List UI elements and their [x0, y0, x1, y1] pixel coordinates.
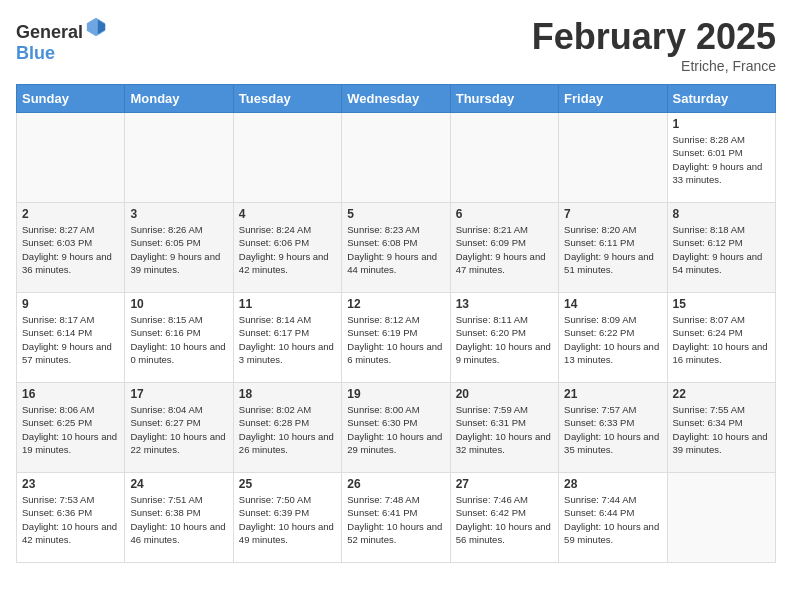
calendar-day-cell: 7Sunrise: 8:20 AM Sunset: 6:11 PM Daylig…	[559, 203, 667, 293]
day-number: 10	[130, 297, 227, 311]
day-info: Sunrise: 8:07 AM Sunset: 6:24 PM Dayligh…	[673, 313, 770, 366]
day-info: Sunrise: 7:51 AM Sunset: 6:38 PM Dayligh…	[130, 493, 227, 546]
calendar-day-cell: 1Sunrise: 8:28 AM Sunset: 6:01 PM Daylig…	[667, 113, 775, 203]
day-info: Sunrise: 8:17 AM Sunset: 6:14 PM Dayligh…	[22, 313, 119, 366]
calendar-day-header: Sunday	[17, 85, 125, 113]
day-number: 2	[22, 207, 119, 221]
calendar-day-cell: 27Sunrise: 7:46 AM Sunset: 6:42 PM Dayli…	[450, 473, 558, 563]
calendar-day-cell: 6Sunrise: 8:21 AM Sunset: 6:09 PM Daylig…	[450, 203, 558, 293]
day-info: Sunrise: 7:53 AM Sunset: 6:36 PM Dayligh…	[22, 493, 119, 546]
day-number: 28	[564, 477, 661, 491]
day-info: Sunrise: 7:55 AM Sunset: 6:34 PM Dayligh…	[673, 403, 770, 456]
day-info: Sunrise: 8:06 AM Sunset: 6:25 PM Dayligh…	[22, 403, 119, 456]
day-number: 18	[239, 387, 336, 401]
calendar-day-cell: 2Sunrise: 8:27 AM Sunset: 6:03 PM Daylig…	[17, 203, 125, 293]
day-info: Sunrise: 7:50 AM Sunset: 6:39 PM Dayligh…	[239, 493, 336, 546]
day-info: Sunrise: 8:02 AM Sunset: 6:28 PM Dayligh…	[239, 403, 336, 456]
calendar-day-cell: 20Sunrise: 7:59 AM Sunset: 6:31 PM Dayli…	[450, 383, 558, 473]
calendar-week-row: 16Sunrise: 8:06 AM Sunset: 6:25 PM Dayli…	[17, 383, 776, 473]
calendar-day-cell: 23Sunrise: 7:53 AM Sunset: 6:36 PM Dayli…	[17, 473, 125, 563]
calendar-day-cell	[17, 113, 125, 203]
calendar-day-cell: 14Sunrise: 8:09 AM Sunset: 6:22 PM Dayli…	[559, 293, 667, 383]
day-info: Sunrise: 8:20 AM Sunset: 6:11 PM Dayligh…	[564, 223, 661, 276]
day-info: Sunrise: 8:15 AM Sunset: 6:16 PM Dayligh…	[130, 313, 227, 366]
calendar-header-row: SundayMondayTuesdayWednesdayThursdayFrid…	[17, 85, 776, 113]
day-info: Sunrise: 7:46 AM Sunset: 6:42 PM Dayligh…	[456, 493, 553, 546]
calendar-day-cell: 4Sunrise: 8:24 AM Sunset: 6:06 PM Daylig…	[233, 203, 341, 293]
day-info: Sunrise: 8:23 AM Sunset: 6:08 PM Dayligh…	[347, 223, 444, 276]
day-info: Sunrise: 7:59 AM Sunset: 6:31 PM Dayligh…	[456, 403, 553, 456]
day-info: Sunrise: 8:18 AM Sunset: 6:12 PM Dayligh…	[673, 223, 770, 276]
day-info: Sunrise: 8:11 AM Sunset: 6:20 PM Dayligh…	[456, 313, 553, 366]
day-number: 27	[456, 477, 553, 491]
calendar-day-cell: 17Sunrise: 8:04 AM Sunset: 6:27 PM Dayli…	[125, 383, 233, 473]
page-header: General Blue February 2025 Etriche, Fran…	[16, 16, 776, 74]
calendar-day-header: Thursday	[450, 85, 558, 113]
day-info: Sunrise: 8:09 AM Sunset: 6:22 PM Dayligh…	[564, 313, 661, 366]
calendar-day-cell: 11Sunrise: 8:14 AM Sunset: 6:17 PM Dayli…	[233, 293, 341, 383]
calendar-day-cell: 28Sunrise: 7:44 AM Sunset: 6:44 PM Dayli…	[559, 473, 667, 563]
calendar-week-row: 23Sunrise: 7:53 AM Sunset: 6:36 PM Dayli…	[17, 473, 776, 563]
day-number: 3	[130, 207, 227, 221]
calendar-day-cell: 5Sunrise: 8:23 AM Sunset: 6:08 PM Daylig…	[342, 203, 450, 293]
calendar-day-header: Tuesday	[233, 85, 341, 113]
calendar-day-cell: 13Sunrise: 8:11 AM Sunset: 6:20 PM Dayli…	[450, 293, 558, 383]
day-number: 24	[130, 477, 227, 491]
calendar-week-row: 2Sunrise: 8:27 AM Sunset: 6:03 PM Daylig…	[17, 203, 776, 293]
calendar-day-cell: 18Sunrise: 8:02 AM Sunset: 6:28 PM Dayli…	[233, 383, 341, 473]
calendar-day-cell: 10Sunrise: 8:15 AM Sunset: 6:16 PM Dayli…	[125, 293, 233, 383]
calendar-day-cell: 21Sunrise: 7:57 AM Sunset: 6:33 PM Dayli…	[559, 383, 667, 473]
day-info: Sunrise: 8:21 AM Sunset: 6:09 PM Dayligh…	[456, 223, 553, 276]
day-number: 1	[673, 117, 770, 131]
calendar-week-row: 1Sunrise: 8:28 AM Sunset: 6:01 PM Daylig…	[17, 113, 776, 203]
day-number: 6	[456, 207, 553, 221]
day-number: 16	[22, 387, 119, 401]
day-info: Sunrise: 8:24 AM Sunset: 6:06 PM Dayligh…	[239, 223, 336, 276]
day-info: Sunrise: 8:26 AM Sunset: 6:05 PM Dayligh…	[130, 223, 227, 276]
day-number: 25	[239, 477, 336, 491]
day-number: 11	[239, 297, 336, 311]
calendar-day-header: Monday	[125, 85, 233, 113]
calendar-day-cell: 12Sunrise: 8:12 AM Sunset: 6:19 PM Dayli…	[342, 293, 450, 383]
day-number: 7	[564, 207, 661, 221]
day-number: 4	[239, 207, 336, 221]
calendar-day-cell: 16Sunrise: 8:06 AM Sunset: 6:25 PM Dayli…	[17, 383, 125, 473]
day-number: 26	[347, 477, 444, 491]
day-info: Sunrise: 8:04 AM Sunset: 6:27 PM Dayligh…	[130, 403, 227, 456]
calendar-day-cell	[450, 113, 558, 203]
calendar-day-header: Wednesday	[342, 85, 450, 113]
calendar-day-cell: 9Sunrise: 8:17 AM Sunset: 6:14 PM Daylig…	[17, 293, 125, 383]
day-info: Sunrise: 8:00 AM Sunset: 6:30 PM Dayligh…	[347, 403, 444, 456]
logo-icon	[85, 16, 107, 38]
calendar-day-header: Saturday	[667, 85, 775, 113]
calendar-table: SundayMondayTuesdayWednesdayThursdayFrid…	[16, 84, 776, 563]
day-number: 15	[673, 297, 770, 311]
calendar-day-cell: 3Sunrise: 8:26 AM Sunset: 6:05 PM Daylig…	[125, 203, 233, 293]
day-number: 23	[22, 477, 119, 491]
day-number: 22	[673, 387, 770, 401]
logo-blue: Blue	[16, 43, 55, 63]
day-info: Sunrise: 7:44 AM Sunset: 6:44 PM Dayligh…	[564, 493, 661, 546]
day-info: Sunrise: 7:48 AM Sunset: 6:41 PM Dayligh…	[347, 493, 444, 546]
title-area: February 2025 Etriche, France	[532, 16, 776, 74]
calendar-day-cell: 25Sunrise: 7:50 AM Sunset: 6:39 PM Dayli…	[233, 473, 341, 563]
day-number: 20	[456, 387, 553, 401]
calendar-day-header: Friday	[559, 85, 667, 113]
day-number: 8	[673, 207, 770, 221]
calendar-day-cell	[125, 113, 233, 203]
calendar-day-cell	[559, 113, 667, 203]
day-number: 21	[564, 387, 661, 401]
calendar-day-cell: 15Sunrise: 8:07 AM Sunset: 6:24 PM Dayli…	[667, 293, 775, 383]
logo: General Blue	[16, 16, 107, 64]
calendar-day-cell: 24Sunrise: 7:51 AM Sunset: 6:38 PM Dayli…	[125, 473, 233, 563]
calendar-day-cell: 8Sunrise: 8:18 AM Sunset: 6:12 PM Daylig…	[667, 203, 775, 293]
day-number: 5	[347, 207, 444, 221]
logo-general: General	[16, 22, 83, 42]
day-number: 9	[22, 297, 119, 311]
calendar-day-cell: 22Sunrise: 7:55 AM Sunset: 6:34 PM Dayli…	[667, 383, 775, 473]
calendar-day-cell: 19Sunrise: 8:00 AM Sunset: 6:30 PM Dayli…	[342, 383, 450, 473]
day-info: Sunrise: 7:57 AM Sunset: 6:33 PM Dayligh…	[564, 403, 661, 456]
calendar-day-cell	[342, 113, 450, 203]
calendar-day-cell: 26Sunrise: 7:48 AM Sunset: 6:41 PM Dayli…	[342, 473, 450, 563]
day-number: 12	[347, 297, 444, 311]
